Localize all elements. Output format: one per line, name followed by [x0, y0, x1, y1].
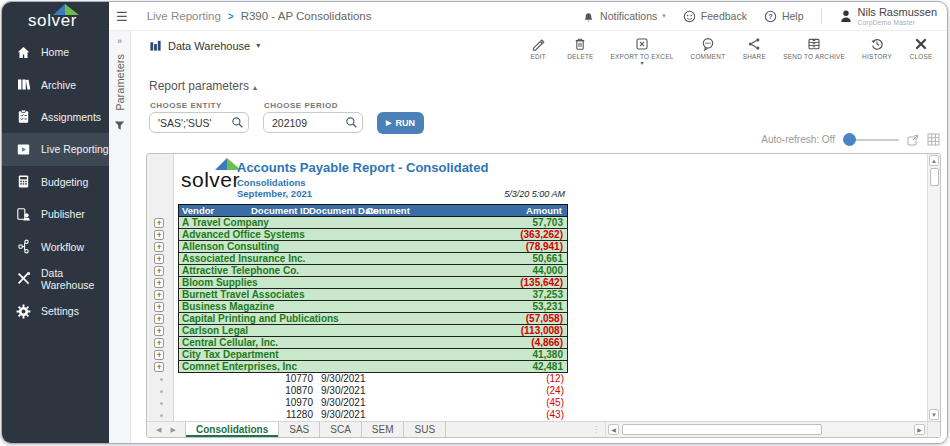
- amount-cell: 42,481: [532, 361, 563, 372]
- comment-button[interactable]: COMMENT: [691, 37, 726, 65]
- tab-sus[interactable]: SUS: [404, 422, 446, 437]
- data-source-select[interactable]: Data Warehouse ▾: [149, 39, 260, 52]
- comment-bubble-icon: [701, 37, 715, 51]
- scroll-down-button[interactable]: ▼: [929, 409, 939, 420]
- scroll-left-button[interactable]: ◀: [608, 424, 619, 435]
- report-parameters-toggle[interactable]: Report parameters▴: [149, 79, 257, 93]
- tab-consolidations[interactable]: Consolidations: [185, 422, 279, 437]
- vendor-cell: Business Magazine: [182, 301, 274, 312]
- slider-knob[interactable]: [843, 133, 856, 146]
- search-icon[interactable]: [231, 116, 244, 129]
- sidebar-item-workflow[interactable]: Workflow: [2, 230, 109, 262]
- auto-refresh-slider[interactable]: [843, 139, 899, 141]
- sheet-bottom-bar: ◀ ▶ Consolidations SAS SCA SEM SUS ⋮: [147, 421, 940, 437]
- share-button[interactable]: SHARE: [742, 37, 766, 65]
- expand-panel-icon[interactable]: »: [117, 36, 122, 46]
- main-area: ☰ Live Reporting > R390 - AP Consolidati…: [109, 2, 947, 443]
- sidebar-item-live-reporting[interactable]: Live Reporting: [2, 133, 109, 165]
- delete-button[interactable]: DELETE: [567, 37, 593, 65]
- clipboard-icon: [15, 109, 31, 125]
- expand-row-button[interactable]: [154, 254, 164, 264]
- expand-row-button[interactable]: [154, 326, 164, 336]
- sidebar-item-settings[interactable]: Settings: [2, 295, 109, 327]
- spacer: [446, 422, 592, 437]
- vendor-cell: Comnet Enterprises, Inc: [182, 361, 297, 372]
- sidebar: solver Home Archive Assignments Live Rep…: [2, 2, 109, 443]
- sidebar-item-archive[interactable]: Archive: [2, 68, 109, 100]
- table-header-row: Vendor Document ID Document Date Comment…: [178, 204, 568, 217]
- menu-icon[interactable]: ☰: [116, 10, 128, 23]
- sidebar-item-data-warehouse[interactable]: Data Warehouse: [2, 263, 109, 295]
- amount-cell: 41,380: [532, 349, 563, 360]
- expand-row-button[interactable]: [154, 350, 164, 360]
- feedback-button[interactable]: Feedback: [683, 10, 747, 23]
- expand-row-button[interactable]: [154, 338, 164, 348]
- expand-row-button[interactable]: [154, 302, 164, 312]
- document-date-cell: 9/30/2021: [321, 397, 366, 409]
- amount-cell: 53,231: [532, 301, 563, 312]
- expand-row-button[interactable]: [154, 230, 164, 240]
- vertical-scrollbar[interactable]: ▲ ▼: [927, 154, 940, 421]
- action-label: HISTORY: [862, 53, 892, 60]
- tab-sem[interactable]: SEM: [362, 422, 405, 437]
- splitter-handle[interactable]: ⋮: [592, 422, 605, 437]
- vertical-scroll-thumb[interactable]: [930, 168, 939, 186]
- expand-row-button[interactable]: [154, 362, 164, 372]
- scroll-up-button[interactable]: ▲: [929, 155, 939, 166]
- expand-row-button[interactable]: [154, 278, 164, 288]
- export-to-excel-button[interactable]: EXPORT TO EXCEL ▾: [611, 37, 674, 65]
- table-row: A Travel Company57,703: [178, 217, 568, 229]
- close-button[interactable]: CLOSE: [909, 37, 933, 65]
- grid-view-icon[interactable]: [927, 133, 940, 146]
- parameters-strip-label: Parameters: [114, 54, 126, 111]
- user-menu[interactable]: Nils Rasmussen CorpDemo Master: [839, 6, 937, 25]
- column-header-comment: Comment: [366, 205, 410, 217]
- sidebar-item-budgeting[interactable]: Budgeting: [2, 166, 109, 198]
- notifications-menu[interactable]: Notifications ▾: [582, 10, 666, 23]
- collapse-icon: ▴: [253, 83, 257, 92]
- auto-refresh-label: Auto-refresh: Off: [761, 134, 835, 145]
- publisher-icon: [15, 206, 31, 222]
- breadcrumb-page: R390 - AP Consolidations: [241, 10, 372, 22]
- column-header-document-id: Document ID: [251, 205, 310, 217]
- expand-row-button[interactable]: [154, 290, 164, 300]
- tab-scroll-right-icon[interactable]: ▶: [171, 426, 176, 434]
- sidebar-item-assignments[interactable]: Assignments: [2, 101, 109, 133]
- expand-row-button[interactable]: [154, 218, 164, 228]
- bell-icon: [582, 10, 595, 23]
- feedback-label: Feedback: [701, 10, 747, 22]
- table-row: Carlson Legal(113,008): [178, 325, 568, 337]
- detail-row: 107709/30/2021(12): [178, 373, 568, 385]
- amount-cell: 44,000: [532, 265, 563, 276]
- expand-row-button[interactable]: [154, 266, 164, 276]
- tab-scroll-left-icon[interactable]: ◀: [156, 426, 161, 434]
- help-button[interactable]: ? Help: [764, 10, 804, 23]
- tab-sas[interactable]: SAS: [279, 422, 320, 437]
- horizontal-scrollbar[interactable]: ◀ ▶: [605, 422, 927, 437]
- excel-icon: [635, 37, 649, 51]
- sidebar-item-home[interactable]: Home: [2, 36, 109, 68]
- expand-row-button[interactable]: [154, 314, 164, 324]
- report-generated-timestamp: 5/3/20 5:00 AM: [465, 189, 565, 199]
- scroll-right-button[interactable]: ▶: [914, 424, 925, 435]
- popout-icon[interactable]: [907, 134, 919, 146]
- report-table: Vendor Document ID Document Date Comment…: [178, 204, 568, 421]
- outline-gutter: [147, 154, 174, 421]
- document-id-cell: 10970: [178, 397, 313, 409]
- edit-button[interactable]: EDIT: [526, 37, 550, 65]
- horizontal-scroll-thumb[interactable]: [622, 424, 822, 435]
- report-title: Accounts Payable Report - Consolidated: [237, 160, 488, 175]
- run-button[interactable]: ▶ RUN: [377, 112, 424, 134]
- history-button[interactable]: HISTORY: [862, 37, 892, 65]
- breadcrumb-section[interactable]: Live Reporting: [147, 10, 221, 22]
- table-row: Bloom Supplies(135,642): [178, 277, 568, 289]
- report-viewport: solver Accounts Payable Report - Consoli…: [146, 153, 941, 438]
- filter-funnel-icon[interactable]: [114, 120, 125, 131]
- action-label: EDIT: [530, 53, 546, 60]
- detail-row: 112809/30/2021(43): [178, 409, 568, 421]
- search-icon[interactable]: [345, 116, 358, 129]
- send-to-archive-button[interactable]: SEND TO ARCHIVE: [783, 37, 845, 65]
- tab-sca[interactable]: SCA: [320, 422, 362, 437]
- sidebar-item-publisher[interactable]: Publisher: [2, 198, 109, 230]
- expand-row-button[interactable]: [154, 242, 164, 252]
